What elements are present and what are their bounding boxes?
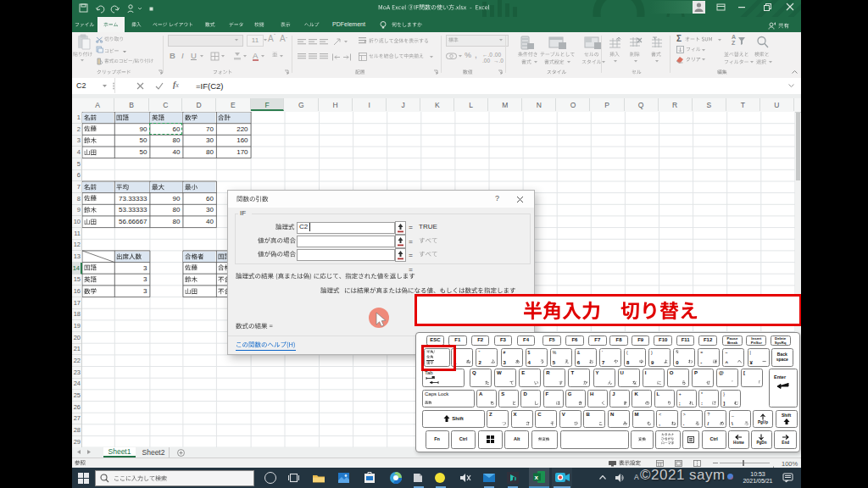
svg-text:x: x — [535, 474, 539, 481]
